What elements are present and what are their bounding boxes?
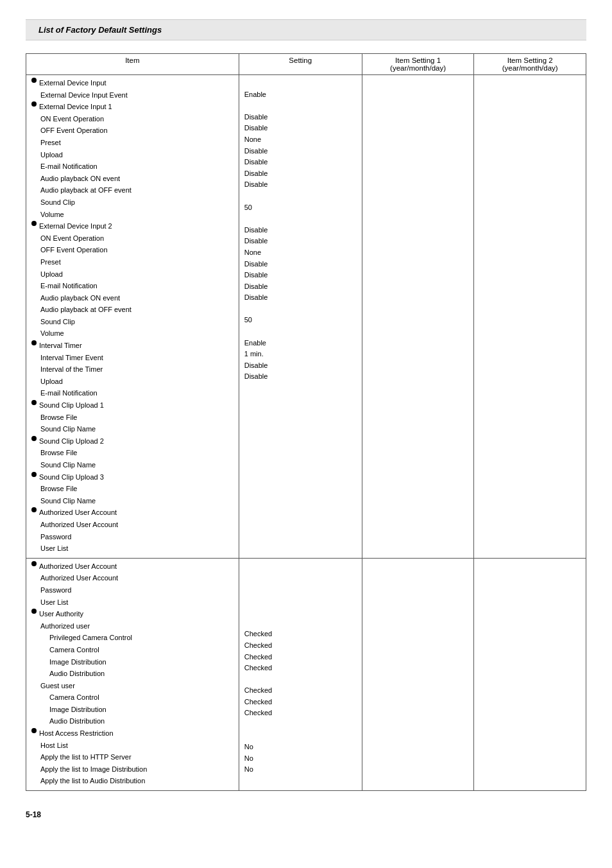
item-label: Interval Timer Event [31, 352, 234, 364]
item-label: Privileged Camera Control [31, 632, 234, 644]
item-label: Sound Clip Name [31, 496, 234, 507]
item-label: Sound Clip [31, 197, 234, 209]
setting-value [244, 462, 357, 473]
item-label: Apply the list to HTTP Server [31, 752, 234, 763]
setting-value: Disable [244, 123, 357, 134]
setting-value [244, 428, 357, 439]
page-number: 5-18 [26, 810, 586, 819]
setting-value [244, 191, 357, 202]
setting-value [244, 584, 357, 595]
setting-value: Disable [244, 292, 357, 304]
title-bar: List of Factory Default Settings [26, 19, 586, 40]
setting-value [244, 595, 357, 607]
setting-value [244, 561, 357, 573]
setting-value [244, 731, 357, 742]
bullet-icon [31, 609, 37, 614]
item-label: Image Distribution [31, 657, 234, 668]
bullet-icon [31, 728, 37, 733]
setting-value: No [244, 742, 357, 753]
setting-value [244, 496, 357, 507]
setting-value [244, 394, 357, 406]
item-label: User List [31, 597, 234, 609]
setting-value: Disable [244, 259, 357, 270]
item-label: Password [31, 585, 234, 596]
item-label: E-mail Notification [31, 388, 234, 399]
setting-value [244, 405, 357, 417]
s1-cell [362, 75, 474, 559]
item-label: Audio Distribution [31, 716, 234, 727]
item-label: Authorized User Account [31, 573, 234, 584]
item-label: Authorized User Account [39, 561, 117, 573]
setting-value [244, 383, 357, 394]
setting-value [244, 100, 357, 112]
item-label: E-mail Notification [31, 281, 234, 292]
item-label: Upload [31, 376, 234, 388]
setting-value [244, 213, 357, 225]
setting-value: Enable [244, 338, 357, 349]
setting-value [244, 618, 357, 629]
setting-cell: CheckedCheckedCheckedCheckedCheckedCheck… [239, 558, 362, 790]
setting-value: Disable [244, 281, 357, 293]
table-row: External Device InputExternal Device Inp… [26, 75, 586, 559]
item-label: Apply the list to Audio Distribution [31, 776, 234, 787]
setting-value [244, 326, 357, 338]
bullet-icon [31, 221, 37, 226]
item-label: OFF Event Operation [31, 245, 234, 256]
setting-value: Checked [244, 663, 357, 674]
setting-value [244, 518, 357, 530]
setting-value: Disable [244, 371, 357, 383]
setting-value [244, 507, 357, 519]
item-label: Upload [31, 269, 234, 281]
setting-value [244, 484, 357, 496]
page: List of Factory Default Settings Item Se… [0, 0, 612, 868]
bullet-icon [31, 472, 37, 477]
setting-value: Disable [244, 179, 357, 191]
item-label: Audio playback at OFF event [31, 185, 234, 196]
setting-value: 1 min. [244, 349, 357, 360]
setting-value: Disable [244, 225, 357, 236]
setting-value [244, 674, 357, 686]
item-cell: Authorized User AccountAuthorized User A… [26, 558, 239, 790]
item-label: E-mail Notification [31, 161, 234, 173]
item-label: Sound Clip Upload 1 [39, 400, 104, 412]
setting-value [244, 78, 357, 89]
settings-table: Item Setting Item Setting 1 (year/month/… [26, 53, 586, 791]
item-label: Apply the list to Image Distribution [31, 764, 234, 776]
item-label: Authorized User Account [31, 519, 234, 531]
bullet-icon [31, 78, 37, 83]
item-label: Password [31, 532, 234, 543]
item-cell: External Device InputExternal Device Inp… [26, 75, 239, 559]
header-s1: Item Setting 1 (year/month/day) [362, 54, 474, 75]
setting-value: None [244, 134, 357, 146]
setting-value: Checked [244, 707, 357, 719]
item-label: Camera Control [31, 692, 234, 704]
item-label: External Device Input 2 [39, 221, 112, 232]
item-label: Host Access Restriction [39, 728, 114, 740]
setting-value: No [244, 764, 357, 776]
setting-value: Disable [244, 270, 357, 281]
item-label: Sound Clip Name [31, 460, 234, 471]
s2-cell [474, 558, 586, 790]
bullet-icon [31, 340, 37, 345]
item-label: Sound Clip Upload 3 [39, 472, 104, 483]
setting-value: None [244, 247, 357, 259]
item-label: Interval Timer [39, 340, 82, 352]
setting-value: Enable [244, 89, 357, 101]
item-label: Browse File [31, 447, 234, 459]
setting-value [244, 451, 357, 462]
setting-value: Disable [244, 236, 357, 247]
setting-value: Disable [244, 112, 357, 123]
setting-value [244, 719, 357, 731]
s2-cell [474, 75, 586, 559]
bullet-icon [31, 436, 37, 441]
setting-value: Disable [244, 146, 357, 157]
item-label: Upload [31, 150, 234, 161]
item-label: ON Event Operation [31, 233, 234, 245]
setting-value [244, 473, 357, 485]
item-label: Host List [31, 740, 234, 752]
s1-cell [362, 558, 474, 790]
header-s2: Item Setting 2 (year/month/day) [474, 54, 586, 75]
setting-value [244, 606, 357, 618]
item-label: OFF Event Operation [31, 125, 234, 137]
setting-value [244, 439, 357, 451]
